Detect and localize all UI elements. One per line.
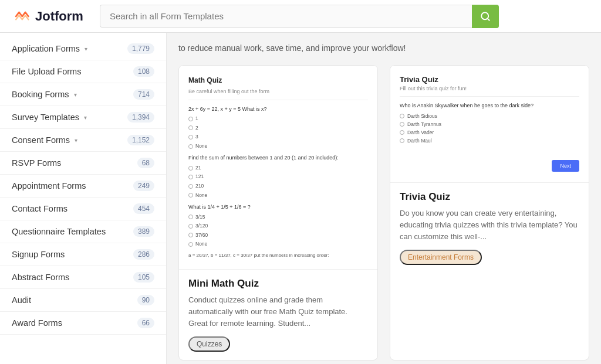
- chevron-icon: ▾: [74, 91, 77, 98]
- sidebar-badge: 389: [133, 226, 154, 237]
- sidebar-badge: 454: [133, 203, 154, 214]
- quiz-question-3: What is 1/4 + 1/5 + 1/6 = ?: [188, 203, 368, 211]
- sidebar-item-appointment-forms[interactable]: Appointment Forms 249: [0, 175, 166, 198]
- sidebar-label: Award Forms: [12, 318, 62, 328]
- search-button[interactable]: [472, 5, 499, 28]
- sidebar-badge: 1,394: [127, 112, 154, 123]
- trivia-preview-title: Trivia Quiz: [400, 75, 579, 84]
- quiz-option: None: [188, 192, 368, 200]
- jotform-logo-icon: [12, 7, 31, 26]
- sidebar-badge: 1,152: [127, 135, 154, 145]
- sidebar-item-application-forms[interactable]: Application Forms ▾ 1,779: [0, 38, 166, 60]
- quiz-option: 3: [188, 133, 368, 141]
- chevron-icon: ▾: [84, 114, 87, 121]
- sidebar-item-rsvp-forms[interactable]: RSVP Forms 68: [0, 152, 166, 175]
- card-body-math: Mini Math Quiz Conduct quizzes online an…: [179, 270, 377, 360]
- sidebar-badge: 249: [133, 181, 154, 191]
- sidebar: Application Forms ▾ 1,779 File Upload Fo…: [0, 33, 167, 364]
- sidebar-item-consent-forms[interactable]: Consent Forms ▾ 1,152: [0, 129, 166, 152]
- sidebar-label: Survey Templates: [12, 113, 79, 122]
- page-header: Jotform: [0, 0, 601, 33]
- search-icon: [480, 11, 491, 22]
- sidebar-item-audit[interactable]: Audit 90: [0, 289, 166, 312]
- trivia-option: Darth Vader: [400, 130, 579, 135]
- quiz-option: 1: [188, 115, 368, 123]
- quiz-option: None: [188, 240, 368, 249]
- quiz-option: 21: [188, 164, 368, 172]
- sidebar-label: Consent Forms: [12, 135, 70, 145]
- chevron-icon: ▾: [75, 137, 77, 144]
- trivia-next-button[interactable]: Next: [552, 160, 579, 172]
- sidebar-label: Audit: [12, 295, 31, 305]
- sidebar-badge: 68: [137, 158, 154, 168]
- quiz-option: 121: [188, 173, 368, 181]
- card-tag-entertainment[interactable]: Entertainment Forms: [400, 250, 482, 265]
- sidebar-label: Contact Forms: [12, 204, 67, 213]
- quiz-option: 3/15: [188, 213, 368, 222]
- svg-line-2: [487, 18, 489, 20]
- sidebar-label: Abstract Forms: [12, 273, 69, 282]
- quiz-last-question: a = 20/37, b = 11/37, c = 30/37 put the …: [188, 252, 368, 260]
- sidebar-badge: 714: [133, 89, 154, 100]
- quiz-preview-title: Math Quiz: [188, 75, 368, 86]
- quiz-question-1: 2x + 6y = 22, x + y = 5 What is x?: [188, 105, 368, 113]
- quiz-option: 210: [188, 182, 368, 190]
- sidebar-badge: 66: [137, 318, 154, 328]
- main-layout: Application Forms ▾ 1,779 File Upload Fo…: [0, 33, 601, 364]
- sidebar-item-contact-forms[interactable]: Contact Forms 454: [0, 198, 166, 220]
- sidebar-badge: 105: [133, 272, 154, 283]
- quiz-preview-subtitle: Be careful when filling out the form: [188, 87, 368, 100]
- trivia-option: Darth Sidious: [400, 113, 579, 119]
- sidebar-item-survey-templates[interactable]: Survey Templates ▾ 1,394: [0, 106, 166, 129]
- sidebar-item-file-upload-forms[interactable]: File Upload Forms 108: [0, 60, 166, 83]
- card-title: Mini Math Quiz: [188, 278, 368, 290]
- card-body-trivia: Trivia Quiz Do you know you can create v…: [390, 183, 589, 360]
- sidebar-item-questionnaire-templates[interactable]: Questionnaire Templates 389: [0, 220, 166, 243]
- card-description: Do you know you can create very entertai…: [400, 207, 579, 243]
- trivia-quiz-preview: Trivia Quiz Fill out this trivia quiz fo…: [400, 75, 579, 144]
- chevron-icon: ▾: [85, 46, 87, 52]
- logo-text: Jotform: [35, 9, 83, 24]
- sidebar-badge: 1,779: [127, 43, 154, 54]
- quiz-option: 2: [188, 124, 368, 132]
- card-preview-math: Math Quiz Be careful when filling out th…: [179, 66, 377, 270]
- sidebar-item-booking-forms[interactable]: Booking Forms ▾ 714: [0, 83, 166, 106]
- sidebar-badge: 286: [133, 249, 154, 260]
- trivia-preview-subtitle: Fill out this trivia quiz for fun!: [400, 86, 579, 97]
- sidebar-item-award-forms[interactable]: Award Forms 66: [0, 312, 166, 335]
- sidebar-label: RSVP Forms: [12, 158, 61, 168]
- card-mini-math-quiz: Math Quiz Be careful when filling out th…: [178, 65, 378, 360]
- card-preview-trivia: Trivia Quiz Fill out this trivia quiz fo…: [390, 66, 589, 183]
- card-tag-quizzes[interactable]: Quizzes: [188, 336, 230, 352]
- trivia-option: Darth Maul: [400, 138, 579, 144]
- quiz-option: 3/120: [188, 222, 368, 230]
- trivia-option: Darth Tyrannus: [400, 121, 579, 127]
- main-content: to reduce manual work, save time, and im…: [167, 33, 601, 364]
- card-trivia-quiz: Trivia Quiz Fill out this trivia quiz fo…: [390, 65, 589, 360]
- sidebar-item-signup-forms[interactable]: Signup Forms 286: [0, 243, 166, 266]
- math-quiz-preview: Math Quiz Be careful when filling out th…: [188, 75, 368, 260]
- card-description: Conduct quizzes online and grade them au…: [188, 294, 368, 329]
- cards-grid: Math Quiz Be careful when filling out th…: [178, 65, 589, 360]
- quiz-question-2: Find the sum of numbers between 1 and 20…: [188, 154, 368, 162]
- search-container: [100, 5, 499, 28]
- banner-text: to reduce manual work, save time, and im…: [178, 42, 589, 55]
- sidebar-label: Application Forms: [12, 44, 80, 53]
- sidebar-badge: 90: [137, 295, 154, 305]
- logo: Jotform: [12, 7, 88, 26]
- sidebar-label: Questionnaire Templates: [12, 227, 106, 236]
- quiz-option: 37/60: [188, 232, 368, 240]
- card-title: Trivia Quiz: [400, 191, 579, 203]
- quiz-option: None: [188, 142, 368, 151]
- sidebar-label: Booking Forms: [12, 90, 69, 99]
- sidebar-label: Appointment Forms: [12, 181, 86, 190]
- search-input[interactable]: [100, 5, 472, 28]
- sidebar-label: Signup Forms: [12, 250, 65, 259]
- sidebar-item-abstract-forms[interactable]: Abstract Forms 105: [0, 266, 166, 289]
- sidebar-badge: 108: [133, 66, 154, 77]
- sidebar-label: File Upload Forms: [12, 67, 81, 76]
- trivia-question: Who is Anakin Skywalker when he goes to …: [400, 103, 579, 108]
